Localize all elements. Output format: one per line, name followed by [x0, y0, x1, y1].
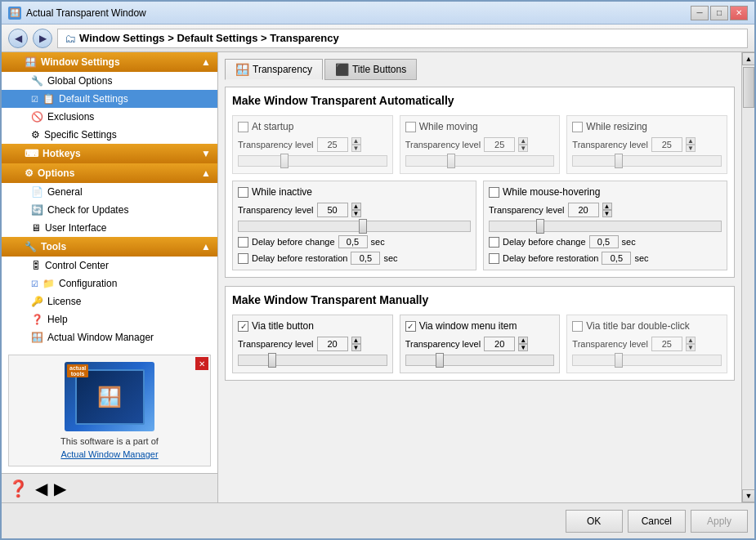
dblclick-spin-down[interactable]: ▼	[686, 344, 696, 351]
resizing-level-input[interactable]	[651, 137, 682, 152]
moving-level-input[interactable]	[484, 137, 515, 152]
inactive-slider[interactable]	[238, 221, 471, 232]
hovering-delay-change-input[interactable]	[589, 235, 619, 248]
tab-title-buttons[interactable]: ⬛ Title Buttons	[324, 59, 417, 80]
hovering-slider[interactable]	[489, 221, 722, 232]
resizing-thumb[interactable]	[615, 154, 623, 168]
sidebar-item-actual-window-manager[interactable]: 🪟 Actual Window Manager	[2, 328, 217, 346]
inactive-checkbox[interactable]	[238, 187, 248, 198]
sidebar-item-help[interactable]: ❓ Help	[2, 310, 217, 328]
hovering-label: While mouse-hovering	[503, 186, 600, 198]
sidebar-item-check-updates[interactable]: 🔄 Check for Updates	[2, 201, 217, 219]
inactive-spin-down[interactable]: ▼	[351, 210, 361, 217]
scroll-down-btn[interactable]: ▼	[742, 489, 754, 502]
moving-slider[interactable]	[405, 155, 555, 167]
inactive-thumb[interactable]	[359, 219, 367, 234]
title-button-checkbox[interactable]: ✓	[238, 321, 248, 332]
inactive-delay-change-checkbox[interactable]	[238, 237, 248, 248]
startup-level-input[interactable]	[317, 137, 348, 152]
sidebar-item-license[interactable]: 🔑 License	[2, 292, 217, 310]
title-button-thumb[interactable]	[268, 353, 276, 368]
menu-item-spin-down[interactable]: ▼	[518, 344, 528, 351]
resizing-slider[interactable]	[572, 155, 722, 167]
startup-spin-up[interactable]: ▲	[351, 137, 361, 145]
hovering-delay-change-label: Delay before change	[503, 237, 586, 247]
back-toolbar-icon[interactable]: ◀	[35, 479, 47, 498]
sidebar-item-configuration[interactable]: ☑ 📁 Configuration	[2, 274, 217, 292]
close-button[interactable]: ✕	[730, 6, 748, 20]
inactive-spin-up[interactable]: ▲	[351, 203, 361, 210]
specific-settings-label: Specific Settings	[44, 129, 117, 141]
resizing-spin-up[interactable]: ▲	[686, 137, 696, 145]
sidebar-item-exclusions[interactable]: 🚫 Exclusions	[2, 108, 217, 126]
sidebar-section-options[interactable]: ⚙ Options ▲	[2, 163, 217, 183]
moving-spin-up[interactable]: ▲	[518, 137, 528, 145]
inactive-level-input[interactable]	[317, 203, 348, 217]
promo-link[interactable]: Actual Window Manager	[16, 449, 204, 459]
sidebar-section-window-settings[interactable]: 🪟 Window Settings ▲	[2, 52, 217, 72]
hovering-thumb[interactable]	[536, 219, 544, 234]
dblclick-checkbox[interactable]	[572, 321, 583, 332]
sidebar-item-general[interactable]: 📄 General	[2, 183, 217, 201]
startup-slider[interactable]	[238, 155, 387, 167]
inactive-delay-restore-label: Delay before restoration	[252, 253, 347, 263]
app-icon: 🪟	[8, 7, 21, 20]
ok-button[interactable]: OK	[566, 510, 623, 533]
dblclick-slider[interactable]	[572, 355, 722, 366]
sidebar-item-control-center[interactable]: 🎛 Control Center	[2, 257, 217, 274]
sidebar-section-hotkeys[interactable]: ⌨ Hotkeys ▼	[2, 144, 217, 163]
menu-item-spin-up[interactable]: ▲	[518, 337, 528, 344]
title-button-level-input[interactable]	[317, 337, 348, 351]
menu-item-thumb[interactable]	[436, 353, 444, 368]
moving-spin-down[interactable]: ▼	[518, 145, 528, 152]
moving-thumb[interactable]	[447, 154, 455, 168]
forward-button[interactable]: ▶	[33, 29, 52, 48]
resizing-checkbox[interactable]	[572, 122, 583, 132]
dblclick-thumb[interactable]	[615, 353, 623, 368]
promo-close-button[interactable]: ✕	[195, 357, 208, 370]
inactive-delay-restore-input[interactable]	[351, 252, 380, 265]
scroll-up-btn[interactable]: ▲	[742, 52, 754, 65]
inactive-delay-change-input[interactable]	[338, 235, 368, 248]
checked-icon: ☑	[31, 95, 38, 104]
resizing-label: While resizing	[586, 121, 647, 132]
help-toolbar-icon[interactable]: ❓	[8, 479, 29, 498]
sidebar-section-tools[interactable]: 🔧 Tools ▲	[2, 237, 217, 257]
trans-item-hovering: While mouse-hovering Transparency level …	[483, 181, 727, 270]
maximize-button[interactable]: □	[710, 6, 728, 20]
collapse-arrow: ▲	[201, 56, 211, 68]
back-button[interactable]: ◀	[8, 29, 28, 48]
title-button-slider[interactable]	[238, 355, 387, 366]
dblclick-level-input[interactable]	[651, 337, 682, 351]
sidebar-item-specific-settings[interactable]: ⚙ Specific Settings	[2, 126, 217, 144]
hovering-spin-down[interactable]: ▼	[602, 210, 612, 217]
menu-item-slider[interactable]	[405, 355, 555, 366]
auto-transparency-section: Make Window Transparent Automatically At…	[225, 87, 735, 278]
apply-button[interactable]: Apply	[691, 510, 748, 533]
moving-checkbox[interactable]	[405, 122, 416, 132]
hovering-delay-restore-input[interactable]	[602, 252, 631, 265]
startup-thumb[interactable]	[280, 154, 289, 168]
sidebar-item-global-options[interactable]: 🔧 Global Options	[2, 72, 217, 90]
hovering-checkbox[interactable]	[489, 187, 499, 198]
forward-toolbar-icon[interactable]: ▶	[54, 479, 66, 498]
resizing-spin-down[interactable]: ▼	[686, 145, 696, 152]
hovering-spin-up[interactable]: ▲	[602, 203, 612, 210]
scroll-thumb[interactable]	[743, 67, 754, 108]
hovering-level-input[interactable]	[568, 203, 599, 217]
startup-spin-down[interactable]: ▼	[351, 145, 361, 152]
dblclick-spin-up[interactable]: ▲	[686, 337, 696, 344]
sidebar-item-default-settings[interactable]: ☑ 📋 Default Settings	[2, 90, 217, 108]
hovering-delay-restore-checkbox[interactable]	[489, 253, 499, 264]
inactive-delay-restore-checkbox[interactable]	[238, 253, 248, 264]
menu-item-level-input[interactable]	[484, 337, 515, 351]
tab-transparency[interactable]: 🪟 Transparency	[225, 59, 323, 80]
hovering-delay-change-checkbox[interactable]	[489, 237, 499, 248]
startup-checkbox[interactable]	[238, 122, 248, 132]
menu-item-checkbox[interactable]: ✓	[405, 321, 416, 332]
title-button-spin-down[interactable]: ▼	[351, 344, 361, 351]
cancel-button[interactable]: Cancel	[628, 510, 686, 533]
sidebar-item-user-interface[interactable]: 🖥 User Interface	[2, 219, 217, 237]
minimize-button[interactable]: ─	[691, 6, 709, 20]
title-button-spin-up[interactable]: ▲	[351, 337, 361, 344]
